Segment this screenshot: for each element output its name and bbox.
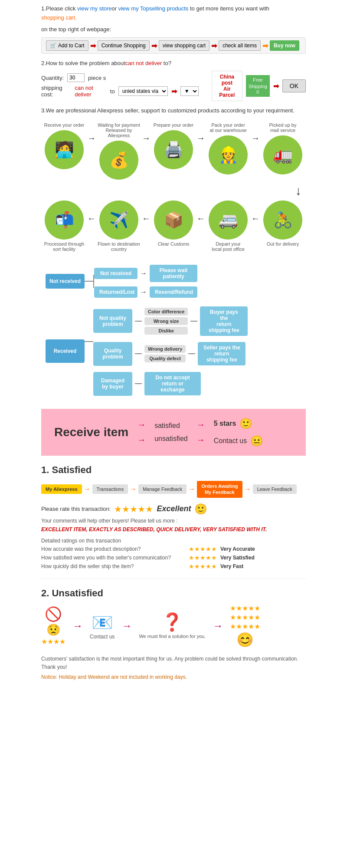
unsat-icons-row: 🚫 😟 ★★★★ → 📧 Contact us → ❓ We must find… bbox=[41, 604, 306, 648]
step5-icon: 🚛 bbox=[263, 135, 302, 174]
neutral-emoji: 😐 bbox=[250, 435, 263, 447]
step5-label: Picked up bymail service bbox=[269, 122, 297, 133]
contact-us-text: Contact us bbox=[214, 437, 247, 445]
result-star-row-3: ★★★★★ bbox=[230, 622, 260, 631]
not-received-box: Not received bbox=[46, 274, 85, 289]
proc-arrow-4: → bbox=[251, 133, 260, 143]
qty-label: Quantity: bbox=[41, 75, 64, 81]
rating-stars-1: ★★★★★ bbox=[189, 546, 217, 552]
step3-label: Prepare your order bbox=[154, 122, 193, 128]
received-row: Received Not qualityproblem Color differ… bbox=[46, 306, 301, 396]
pink-arrow-2: → bbox=[137, 435, 146, 445]
five-stars-text: 5 stars bbox=[214, 420, 236, 427]
steps-arrow-1: → bbox=[84, 485, 91, 493]
rating-row-2: How satisfied were you with the seller's… bbox=[41, 554, 306, 561]
shipping-arrow-1: ➡ bbox=[171, 87, 177, 95]
result-arrows: → → bbox=[196, 420, 205, 445]
view-store-link[interactable]: view my store bbox=[77, 5, 111, 12]
question-icon: ❓ bbox=[161, 612, 183, 632]
china-post-title2: Air Parcel bbox=[216, 86, 238, 98]
unsat-arrow-2: → bbox=[121, 620, 132, 632]
rating-label-3: How quickly did the seller ship the item… bbox=[41, 563, 189, 569]
add-to-cart-button[interactable]: 🛒 Add to Cart bbox=[46, 40, 88, 51]
ok-arrow: ➡ bbox=[273, 82, 279, 90]
quality-defect-box: Quality defect bbox=[144, 355, 186, 362]
pink-arrows: → → bbox=[137, 420, 146, 445]
continue-shopping-button[interactable]: Continue Shopping bbox=[98, 40, 150, 51]
notice-holiday: Notice: Holiday and Weekend are not incl… bbox=[41, 674, 306, 680]
unsat-block-3: ❓ We must find a solution for you. bbox=[139, 612, 206, 640]
step8-label: Clear Customs bbox=[158, 241, 190, 247]
shipping-label: shipping cost: bbox=[41, 85, 71, 98]
view-topselling-link[interactable]: view my Topselling products bbox=[118, 5, 189, 12]
excellent-text: Excellent bbox=[157, 504, 191, 513]
nr-arrow2: → bbox=[140, 288, 147, 296]
process-step-5: Picked up bymail service 🚛 bbox=[260, 122, 306, 174]
shipping-method-select[interactable]: ▼ bbox=[180, 86, 199, 96]
process-row-1: Receive your order 🧑‍💻 → Waiting for pay… bbox=[41, 122, 306, 180]
section1-intro: 1.Please click bbox=[41, 5, 77, 12]
buy-now-button[interactable]: Buy now bbox=[270, 40, 299, 51]
step9-label: Flown to destinationcountry bbox=[98, 241, 140, 252]
process-step-1: Receive your order 🧑‍💻 bbox=[41, 122, 87, 169]
step-transactions[interactable]: Transactions bbox=[92, 484, 128, 494]
satisfied-label: satisfied bbox=[154, 422, 188, 430]
step2-label: Waiting for paymentReleased by Aliexpres… bbox=[96, 122, 142, 138]
unsat-block-2: 📧 Contact us bbox=[90, 612, 115, 640]
section1-rest: to get more items you want with bbox=[188, 5, 269, 12]
notice-text: Customers' satisfaction is the most impo… bbox=[41, 655, 306, 671]
result-star-row-2: ★★★★★ bbox=[230, 613, 260, 621]
divider bbox=[41, 579, 306, 579]
cannot-deliver-inline: can not deliver bbox=[125, 60, 162, 66]
step4-icon: 👷 bbox=[209, 135, 248, 174]
shopping-cart-text: shopping cart. bbox=[41, 14, 77, 21]
stop-emoji: 😟 bbox=[46, 623, 60, 637]
process-step-7: 🚐 Depart yourlocal post office bbox=[205, 201, 251, 252]
process-step-8: 📦 Clear Customs bbox=[151, 201, 196, 247]
view-cart-button[interactable]: view shopping cart bbox=[159, 40, 210, 51]
rating-label-1: How accurate was the product description… bbox=[41, 546, 189, 552]
satisfy-labels: satisfied unsatisfied bbox=[154, 422, 188, 443]
process-step-4: Pack your orderat our warehouse 👷 bbox=[205, 122, 251, 174]
damaged-box: Damagedby buyer bbox=[93, 372, 132, 396]
proc-arrow-1: → bbox=[87, 133, 96, 143]
excellent-emoji: 🙂 bbox=[194, 503, 207, 515]
proc-arrow-8: ← bbox=[87, 214, 96, 224]
step-manage-feedback[interactable]: Manage Feedback bbox=[138, 484, 187, 494]
section-2: 2.How to solve the problem aboutcan not … bbox=[41, 59, 306, 101]
contact-us-label: Contact us bbox=[90, 634, 115, 640]
process-flow: Receive your order 🧑‍💻 → Waiting for pay… bbox=[41, 122, 306, 252]
step7-label: Depart yourlocal post office bbox=[212, 241, 245, 252]
ratings-table: Detailed ratings on this transaction How… bbox=[41, 538, 306, 570]
result-star-row-1: ★★★★★ bbox=[230, 604, 260, 612]
arrow-4: ➡ bbox=[262, 42, 268, 50]
step1-label: Receive your order bbox=[44, 122, 85, 128]
qty-input[interactable] bbox=[67, 73, 85, 82]
unsat-block-1: 🚫 😟 ★★★★ bbox=[41, 606, 65, 646]
stars-display: ★★★★★ bbox=[114, 504, 153, 514]
piece-label: piece s bbox=[88, 75, 106, 81]
wrong-delivery-box: Wrong delivery bbox=[144, 345, 186, 353]
ok-button[interactable]: OK bbox=[282, 79, 306, 92]
nr-arrow1: → bbox=[140, 270, 147, 277]
check-items-button[interactable]: check all items bbox=[219, 40, 261, 51]
quantity-row: Quantity: piece s bbox=[41, 73, 199, 82]
step-orders-awaiting[interactable]: Orders AwaitingMy Feedback bbox=[197, 481, 242, 498]
rate-label: Please rate this transaction: bbox=[41, 506, 111, 512]
rating-result-1: Very Accurate bbox=[220, 546, 255, 552]
rate-row: Please rate this transaction: ★★★★★ Exce… bbox=[41, 503, 306, 515]
step-leave-feedback[interactable]: Leave Feedback bbox=[253, 484, 297, 494]
received-box: Received bbox=[46, 339, 85, 363]
email-icon: 📧 bbox=[92, 612, 113, 633]
china-post-block: China post Air Parcel Free Shipping © ➡ … bbox=[212, 71, 306, 101]
section-3: 3.We are professional Aliexpress seller,… bbox=[41, 106, 306, 115]
seller-pays-box: Seller pays thereturn shipping fee bbox=[198, 342, 246, 365]
free-label: Free bbox=[249, 77, 267, 83]
flowchart-not-received: Not received Not received → Please waitp… bbox=[41, 260, 306, 400]
steps-arrow-3: → bbox=[188, 485, 195, 493]
step10-icon: 📬 bbox=[45, 201, 84, 240]
proc-arrow-2: → bbox=[142, 133, 151, 143]
shipping-select[interactable]: unied states via bbox=[118, 86, 168, 96]
step-my-aliexpress[interactable]: My Aliexpress bbox=[41, 484, 82, 494]
detailed-header: Detailed ratings on this transaction bbox=[41, 538, 306, 544]
